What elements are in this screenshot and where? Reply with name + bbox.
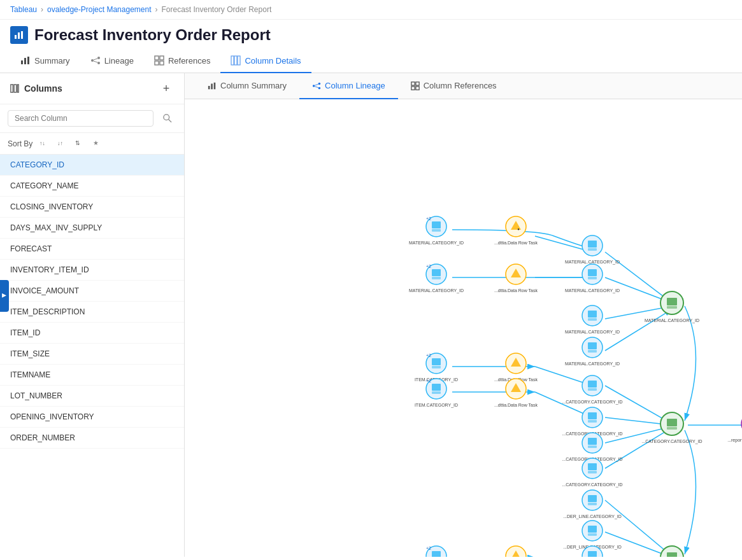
svg-rect-28 bbox=[211, 83, 213, 89]
svg-rect-29 bbox=[214, 82, 216, 89]
node-n5[interactable]: ...dttia.Data Row Task bbox=[494, 264, 538, 293]
svg-rect-125 bbox=[588, 503, 597, 505]
svg-rect-50 bbox=[588, 241, 597, 248]
search-input[interactable] bbox=[8, 110, 153, 127]
tab-lineage[interactable]: Lineage bbox=[80, 49, 144, 73]
search-icon bbox=[163, 114, 172, 123]
tab-column-details[interactable]: Column Details bbox=[220, 49, 311, 73]
node-n3[interactable]: MATERIAL.CATEGORY_ID bbox=[565, 235, 620, 265]
svg-rect-42 bbox=[432, 229, 441, 232]
node-n23[interactable]: PO_LINES.CATEGORY_ID +2 bbox=[409, 546, 464, 557]
svg-rect-62 bbox=[588, 269, 597, 276]
node-n6[interactable]: MATERIAL.CATEGORY_ID bbox=[565, 264, 620, 293]
svg-rect-87 bbox=[432, 391, 441, 394]
node-n9[interactable]: MATERIAL.CATEGORY_ID bbox=[565, 337, 620, 367]
svg-text:MATERIAL.CATEGORY_ID: MATERIAL.CATEGORY_ID bbox=[645, 318, 699, 323]
node-n17[interactable]: ...CATEGORY.CATEGORY_ID bbox=[641, 412, 702, 444]
sort-star-button[interactable]: ★ bbox=[91, 137, 104, 150]
svg-text:...dttia.Data Row Task: ...dttia.Data Row Task bbox=[494, 288, 538, 293]
column-list: CATEGORY_ID CATEGORY_NAME CLOSING_INVENT… bbox=[0, 155, 184, 557]
column-item-order-number[interactable]: ORDER_NUMBER bbox=[0, 428, 184, 449]
node-n19[interactable]: ...report.CATEGORY_ID bbox=[727, 414, 742, 443]
column-item-invoice-amount[interactable]: INVOICE_AMOUNT bbox=[0, 281, 184, 302]
svg-rect-3 bbox=[21, 60, 23, 64]
sort-az-button[interactable]: ↑↓ bbox=[38, 137, 50, 150]
column-item-itemname[interactable]: ITEMNAME bbox=[0, 365, 184, 386]
svg-rect-132 bbox=[432, 551, 441, 557]
svg-text:MATERIAL.CATEGORY_ID: MATERIAL.CATEGORY_ID bbox=[565, 330, 620, 335]
sort-za-button[interactable]: ↓↑ bbox=[55, 137, 68, 150]
page-icon bbox=[10, 26, 28, 44]
node-n24[interactable]: ...dttia.Data Row Task bbox=[494, 546, 538, 557]
summary-icon bbox=[20, 55, 31, 66]
svg-rect-18 bbox=[11, 85, 13, 92]
column-item-forecast[interactable]: FORECAST bbox=[0, 239, 184, 260]
tab-references[interactable]: References bbox=[144, 49, 220, 73]
breadcrumb-tableau[interactable]: Tableau bbox=[10, 5, 37, 14]
svg-rect-107 bbox=[588, 445, 597, 448]
node-n18[interactable]: ...CATEGORY.CATEGORY_ID bbox=[562, 458, 622, 487]
column-item-category-name[interactable]: CATEGORY_NAME bbox=[0, 176, 184, 197]
search-button[interactable] bbox=[159, 109, 176, 127]
lineage-canvas[interactable]: MATERIAL.CATEGORY_ID +2 ● ...dttia.Data … bbox=[185, 99, 742, 557]
node-n16[interactable]: ...CATEGORY.CATEGORY_ID bbox=[562, 433, 622, 462]
svg-text:...CATEGORY.CATEGORY_ID: ...CATEGORY.CATEGORY_ID bbox=[562, 482, 622, 487]
node-n7[interactable]: MATERIAL.CATEGORY_ID bbox=[645, 291, 699, 323]
node-n11[interactable]: ...dttia.Data Row Task bbox=[494, 353, 538, 382]
svg-rect-86 bbox=[432, 384, 441, 391]
column-item-item-description[interactable]: ITEM_DESCRIPTION bbox=[0, 302, 184, 323]
svg-rect-78 bbox=[432, 358, 441, 365]
node-n13[interactable]: ...dttia.Data Row Task bbox=[494, 379, 538, 407]
breadcrumb-current: Forecast Inventory Order Report bbox=[161, 5, 271, 14]
column-item-opening-inventory[interactable]: OPENING_INVENTORY bbox=[0, 407, 184, 428]
column-item-days-max-inv-supply[interactable]: DAYS_MAX_INV_SUPPLY bbox=[0, 218, 184, 239]
node-n10[interactable]: ITEM.CATEGORY_ID +2 bbox=[415, 353, 458, 382]
column-details-icon bbox=[231, 55, 241, 66]
left-panel-toggle[interactable]: ◀ bbox=[0, 280, 9, 312]
svg-text:...report.CATEGORY_ID: ...report.CATEGORY_ID bbox=[727, 438, 742, 443]
node-n1[interactable]: MATERIAL.CATEGORY_ID +2 bbox=[409, 216, 464, 246]
svg-text:...CATEGORY.CATEGORY_ID: ...CATEGORY.CATEGORY_ID bbox=[562, 400, 622, 405]
column-item-item-size[interactable]: ITEM_SIZE bbox=[0, 344, 184, 365]
node-n12[interactable]: ITEM.CATEGORY_ID +2 bbox=[415, 379, 458, 408]
svg-rect-38 bbox=[416, 86, 419, 89]
svg-rect-67 bbox=[667, 306, 677, 309]
svg-rect-37 bbox=[411, 86, 415, 89]
svg-rect-63 bbox=[588, 277, 597, 279]
node-n15[interactable]: ...CATEGORY.CATEGORY_ID bbox=[562, 407, 622, 437]
columns-icon bbox=[10, 84, 19, 93]
column-item-inventory-item-id[interactable]: INVENTORY_ITEM_ID bbox=[0, 260, 184, 281]
svg-rect-66 bbox=[667, 298, 677, 305]
column-item-closing-inventory[interactable]: CLOSING_INVENTORY bbox=[0, 197, 184, 218]
svg-rect-75 bbox=[588, 350, 597, 353]
sort-toggle-button[interactable]: ⇅ bbox=[73, 137, 86, 150]
svg-text:●: ● bbox=[517, 227, 520, 231]
node-n26[interactable]: ...DIR_LINE.CATEGORY_ID bbox=[644, 546, 701, 557]
svg-point-21 bbox=[164, 115, 169, 120]
node-n4[interactable]: MATERIAL.CATEGORY_ID +2 bbox=[409, 264, 464, 293]
subtab-column-summary[interactable]: Column Summary bbox=[195, 73, 299, 99]
node-n21[interactable]: ...DER_LINE.CATEGORY_ID bbox=[563, 490, 622, 519]
column-summary-icon bbox=[208, 81, 217, 90]
page-title: Forecast Inventory Order Report bbox=[34, 26, 271, 44]
bar-chart-icon bbox=[14, 30, 24, 40]
column-item-item-id[interactable]: ITEM_ID bbox=[0, 323, 184, 344]
node-n8[interactable]: MATERIAL.CATEGORY_ID bbox=[565, 305, 620, 335]
subtab-column-references[interactable]: Column References bbox=[398, 73, 510, 99]
svg-point-6 bbox=[91, 59, 94, 62]
column-item-lot-number[interactable]: LOT_NUMBER bbox=[0, 386, 184, 407]
sidebar-title: Columns bbox=[24, 83, 62, 94]
svg-rect-74 bbox=[588, 342, 597, 349]
breadcrumb-project[interactable]: ovaledge-Project Management bbox=[47, 5, 151, 14]
svg-rect-0 bbox=[15, 35, 17, 39]
svg-text:★: ★ bbox=[93, 139, 99, 146]
subtab-column-lineage[interactable]: Column Lineage bbox=[299, 73, 398, 99]
svg-rect-106 bbox=[588, 438, 597, 445]
tab-summary[interactable]: Summary bbox=[10, 49, 80, 73]
add-column-button[interactable]: + bbox=[159, 81, 174, 96]
svg-rect-19 bbox=[14, 85, 17, 92]
sort-label: Sort By bbox=[8, 139, 32, 148]
svg-line-34 bbox=[315, 86, 318, 87]
column-item-category-id[interactable]: CATEGORY_ID bbox=[0, 155, 184, 176]
sort-bar: Sort By ↑↓ ↓↑ ⇅ ★ bbox=[0, 133, 184, 155]
